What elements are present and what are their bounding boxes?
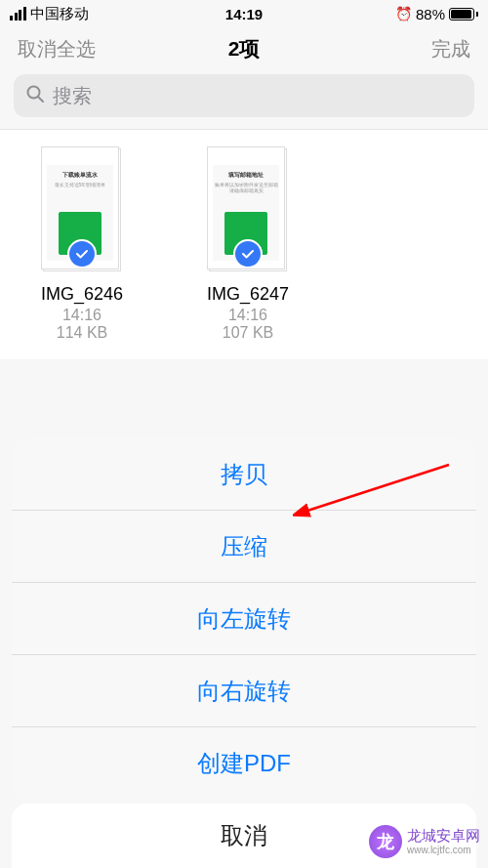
status-bar: 中国移动 14:19 ⏰ 88%	[0, 0, 488, 27]
svg-line-1	[38, 97, 43, 102]
file-item[interactable]: 填写邮箱地址 账单将以加密附件发送至邮箱请确保邮箱真实 IMG_6247 14:…	[180, 147, 316, 342]
search-placeholder: 搜索	[53, 83, 92, 109]
file-size: 107 KB	[223, 324, 273, 342]
battery-icon	[449, 8, 478, 21]
search-input[interactable]: 搜索	[14, 74, 474, 117]
sheet-compress-button[interactable]: 压缩	[12, 511, 476, 583]
done-button[interactable]: 完成	[431, 36, 470, 62]
watermark-logo-icon: 龙	[369, 825, 402, 858]
page-title: 2项	[228, 35, 261, 62]
file-size: 114 KB	[57, 324, 107, 342]
sheet-create-pdf-button[interactable]: 创建PDF	[12, 727, 476, 800]
file-name: IMG_6246	[41, 284, 123, 305]
selected-check-icon	[67, 239, 97, 269]
signal-icon	[10, 7, 26, 21]
file-grid: 下载账单流水 最长支持近5年明细清单 IMG_6246 14:16 114 KB…	[0, 129, 488, 359]
status-time: 14:19	[225, 6, 263, 22]
selected-check-icon	[233, 239, 263, 269]
file-time: 14:16	[62, 307, 102, 324]
nav-bar: 取消全选 2项 完成	[0, 27, 488, 70]
file-name: IMG_6247	[207, 284, 289, 305]
sheet-copy-button[interactable]: 拷贝	[12, 438, 476, 511]
alarm-icon: ⏰	[395, 6, 412, 21]
watermark-title: 龙城安卓网	[407, 828, 480, 845]
file-time: 14:16	[228, 307, 267, 324]
file-item[interactable]: 下载账单流水 最长支持近5年明细清单 IMG_6246 14:16 114 KB	[14, 147, 150, 342]
carrier-label: 中国移动	[30, 5, 89, 23]
watermark-url: www.lcjtfc.com	[407, 845, 480, 855]
search-icon	[25, 84, 45, 107]
battery-percent: 88%	[416, 6, 445, 22]
action-sheet: 拷贝 压缩 向左旋转 向右旋转 创建PDF	[12, 438, 476, 800]
sheet-rotate-left-button[interactable]: 向左旋转	[12, 583, 476, 655]
watermark: 龙 龙城安卓网 www.lcjtfc.com	[369, 825, 480, 858]
sheet-rotate-right-button[interactable]: 向右旋转	[12, 655, 476, 727]
deselect-all-button[interactable]: 取消全选	[18, 36, 96, 62]
